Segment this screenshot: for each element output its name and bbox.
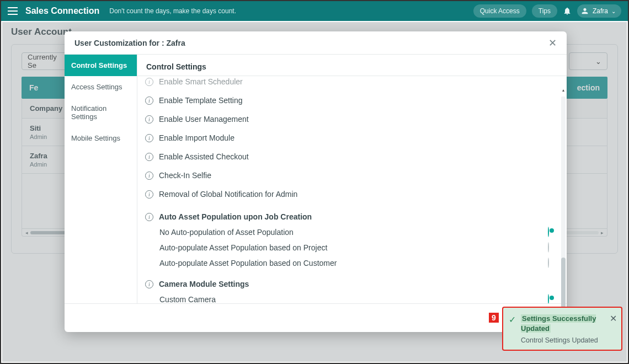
content-section-title: Control Settings	[137, 55, 567, 76]
setting-row: i Enable Template Setting	[137, 91, 563, 110]
tab-access-settings[interactable]: Access Settings	[65, 76, 137, 98]
asset-population-heading: i Auto Asset Population upon Job Creatio…	[137, 204, 563, 224]
info-icon[interactable]: i	[145, 97, 153, 105]
radio-custom-camera[interactable]	[548, 294, 549, 303]
info-icon[interactable]: i	[145, 280, 153, 288]
setting-row: i Enable Assisted Checkout	[137, 147, 563, 166]
quick-access-button[interactable]: Quick Access	[473, 4, 526, 18]
check-icon: ✓	[509, 314, 516, 325]
radio-row: Auto-populate Asset Population based on …	[137, 255, 563, 271]
modal-title: User Customization for : Zafra	[74, 39, 185, 47]
radio-no-auto[interactable]	[548, 227, 549, 237]
setting-label: Removal of Global Notification for Admin	[159, 190, 297, 199]
info-icon[interactable]: i	[145, 115, 153, 124]
tips-button[interactable]: Tips	[532, 4, 557, 18]
info-icon[interactable]: i	[145, 78, 153, 86]
toast-message: Control Settings Updated	[521, 336, 606, 344]
radio-label: No Auto-population of Asset Population	[159, 228, 294, 237]
info-icon[interactable]: i	[145, 153, 153, 161]
setting-row: i Enable Import Module	[137, 129, 563, 147]
radio-row: Custom Camera	[137, 292, 563, 303]
scroll-up-icon[interactable]: ▴	[561, 88, 566, 94]
radio-row: Auto-populate Asset Population based on …	[137, 240, 563, 255]
close-icon[interactable]: ✕	[610, 313, 617, 324]
info-icon[interactable]: i	[145, 172, 153, 180]
user-customization-modal: User Customization for : Zafra ✕ Control…	[65, 31, 567, 332]
setting-label: Check-In Selfie	[159, 171, 211, 180]
user-menu[interactable]: Zafra ⌄	[577, 4, 621, 18]
radio-label: Custom Camera	[159, 295, 216, 303]
setting-label: Enable User Management	[159, 115, 249, 124]
brand-name: Sales Connection	[25, 6, 99, 16]
radio-label: Auto-populate Asset Population based on …	[159, 243, 327, 252]
tab-control-settings[interactable]: Control Settings	[65, 55, 137, 76]
tab-mobile-settings[interactable]: Mobile Settings	[65, 127, 137, 149]
camera-module-heading: i Camera Module Settings	[137, 271, 563, 292]
user-name: Zafra	[593, 7, 608, 15]
vertical-scrollbar[interactable]	[561, 97, 566, 296]
setting-label: Enable Assisted Checkout	[159, 152, 249, 161]
tagline: Don't count the days, make the days coun…	[109, 7, 236, 15]
tab-notification-settings[interactable]: Notification Settings	[65, 98, 137, 127]
settings-side-tabs: Control Settings Access Settings Notific…	[65, 55, 137, 303]
setting-row: i Check-In Selfie	[137, 166, 563, 185]
radio-customer[interactable]	[548, 258, 549, 268]
setting-label: Enable Import Module	[159, 133, 234, 142]
radio-row: No Auto-population of Asset Population	[137, 224, 563, 240]
bell-icon[interactable]	[563, 7, 572, 15]
app-topbar: Sales Connection Don't count the days, m…	[1, 1, 628, 21]
close-icon[interactable]: ✕	[548, 37, 557, 49]
callout-badge: 9	[489, 313, 499, 323]
info-icon[interactable]: i	[145, 134, 153, 142]
settings-scroll-area[interactable]: i Enable Smart Scheduler i Enable Templa…	[137, 76, 567, 303]
setting-label: Enable Smart Scheduler	[159, 77, 243, 86]
setting-row: i Enable User Management	[137, 110, 563, 129]
info-icon[interactable]: i	[145, 190, 153, 199]
avatar-icon	[580, 7, 589, 15]
menu-icon[interactable]	[8, 7, 18, 15]
setting-label: Enable Template Setting	[159, 96, 243, 105]
chevron-down-icon: ⌄	[611, 8, 616, 14]
setting-row: i Removal of Global Notification for Adm…	[137, 185, 563, 204]
radio-project[interactable]	[548, 242, 549, 253]
radio-label: Auto-populate Asset Population based on …	[159, 259, 337, 267]
toast-title: Settings Successfully Updated	[521, 314, 596, 333]
info-icon[interactable]: i	[145, 213, 153, 221]
success-toast: ✓ ✕ Settings Successfully Updated Contro…	[502, 307, 622, 351]
setting-row: i Enable Smart Scheduler	[137, 76, 563, 91]
